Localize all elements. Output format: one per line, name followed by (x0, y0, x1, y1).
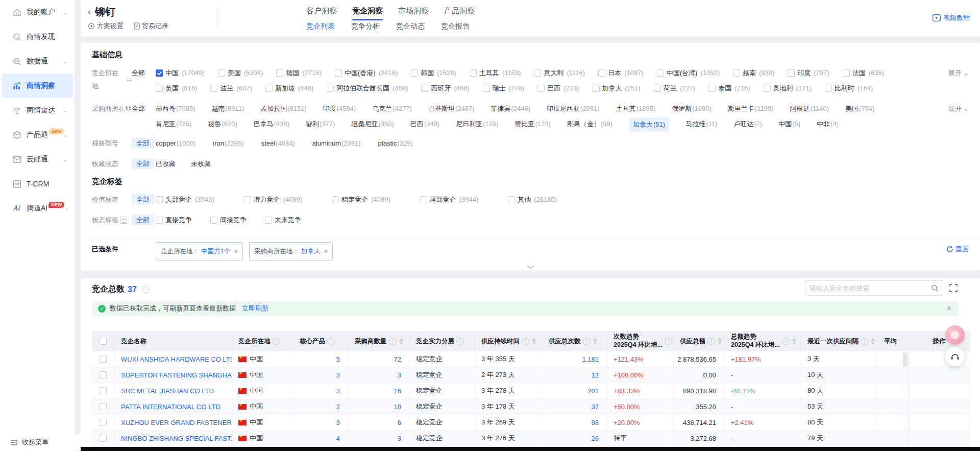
service-avatar-button[interactable] (945, 325, 965, 345)
core-products-cell[interactable]: 3 (293, 383, 349, 399)
sort-icon[interactable] (871, 338, 875, 344)
filter-option-中国(香港)[interactable]: 中国(香港)(2416) (335, 66, 398, 80)
checkbox[interactable] (265, 217, 272, 224)
spec-all[interactable]: 全部 (132, 137, 156, 150)
filter-option-已收藏[interactable]: 已收藏 (156, 157, 176, 171)
table-scrollbar[interactable] (902, 431, 909, 446)
table-scrollbar[interactable] (902, 367, 909, 383)
filter-option-加拿大[interactable]: 加拿大(51) (629, 117, 669, 132)
filter-option-未来竞争[interactable]: 未来竞争 (265, 213, 301, 227)
back-icon[interactable]: ‹ (88, 7, 91, 17)
checkbox[interactable] (244, 196, 251, 203)
filter-option-越南[interactable]: 越南(930) (733, 66, 774, 80)
filter-option-阿拉伯联合酋长国[interactable]: 阿拉伯联合酋长国(408) (327, 82, 408, 95)
checkbox[interactable] (276, 69, 283, 77)
filter-option-瑞士[interactable]: 瑞士(278) (483, 82, 524, 95)
filter-option-巴西[interactable]: 巴西(349) (410, 117, 439, 132)
header-select-all-checkbox[interactable] (92, 331, 115, 351)
subtab-竞争分析[interactable]: 竞争分析 (350, 20, 381, 33)
sort-icon[interactable] (399, 338, 403, 344)
sidebar-item-8[interactable]: T-CRM (2, 172, 73, 196)
supply-times-cell[interactable]: 201 (543, 383, 607, 399)
filter-option-其他[interactable]: 其他(26185) (508, 193, 557, 206)
buyer-location-expand[interactable]: 展开⌄ (948, 102, 969, 115)
filter-option-直接竞争[interactable]: 直接竞争 (156, 213, 192, 227)
checkbox[interactable] (156, 196, 163, 203)
checkbox[interactable] (598, 69, 605, 77)
buyer-count-cell[interactable]: 10 (349, 399, 410, 415)
video-tutorial-link[interactable]: 视频教程 (933, 13, 970, 22)
search-input[interactable] (805, 284, 927, 292)
core-products-cell[interactable]: 4 (293, 431, 349, 446)
buyer-count-cell[interactable]: 6 (349, 415, 410, 431)
checkbox[interactable] (218, 69, 225, 77)
filter-option-法国[interactable]: 法国(635) (843, 66, 884, 80)
filter-option-plastic[interactable]: plastic(329) (378, 137, 413, 150)
company-name-link[interactable]: SRC METAL JIASHAN CO LTD (121, 387, 214, 395)
checkbox[interactable] (825, 85, 832, 92)
supply-times-cell[interactable]: 98 (543, 415, 607, 431)
filter-option-中国[interactable]: 中国(5) (778, 117, 800, 132)
checkbox[interactable] (421, 85, 428, 92)
filter-option-阿根廷[interactable]: 阿根廷(1140) (790, 102, 829, 115)
filter-option-巴基斯坦[interactable]: 巴基斯坦(2487) (428, 102, 475, 115)
filter-option-越南[interactable]: 越南(6911) (212, 102, 244, 115)
checkbox[interactable] (764, 85, 771, 92)
filter-option-孟加拉国[interactable]: 孟加拉国(6151) (260, 102, 307, 115)
filter-option-美国[interactable]: 美国(5304) (218, 66, 263, 80)
checkbox[interactable] (210, 217, 217, 224)
filter-option-中国[interactable]: 中国(17049) (156, 66, 205, 80)
buyer-count-cell[interactable]: 16 (349, 383, 410, 399)
filter-option-巴拿马[interactable]: 巴拿马(430) (254, 117, 289, 132)
checkbox[interactable] (657, 69, 664, 77)
checkbox[interactable] (537, 85, 545, 92)
filter-option-刚果（金）[interactable]: 刚果（金）(99) (567, 117, 612, 132)
filter-option-巴西[interactable]: 巴西(273) (537, 82, 579, 95)
table-scrollbar[interactable] (902, 399, 909, 415)
filter-option-意大利[interactable]: 意大利(1116) (534, 66, 585, 80)
core-products-cell[interactable]: 5 (293, 351, 349, 367)
filter-option-间接竞争[interactable]: 间接竞争 (210, 213, 247, 227)
search-icon[interactable] (927, 284, 943, 292)
checkbox[interactable] (210, 85, 217, 92)
filter-option-波兰[interactable]: 波兰(607) (210, 82, 252, 95)
filter-option-加拿大[interactable]: 加拿大(251) (593, 82, 641, 95)
checkbox[interactable] (332, 196, 339, 203)
filter-option-韩国[interactable]: 韩国(1529) (411, 66, 456, 80)
checkbox[interactable] (327, 85, 334, 92)
sidebar-item-5[interactable]: 商情雷达⌄ (2, 98, 73, 123)
remove-chip-icon[interactable]: × (234, 248, 238, 254)
filter-option-墨西哥[interactable]: 墨西哥(7085) (156, 102, 195, 115)
trade-records-button[interactable]: 贸易记录 (134, 21, 168, 31)
filter-option-西班牙[interactable]: 西班牙(408) (421, 82, 469, 95)
company-name-link[interactable]: XUZHOU EVER GRAND FASTENERS... (121, 419, 232, 426)
filter-option-印度[interactable]: 印度(4594) (323, 102, 356, 115)
table-scrollbar[interactable] (902, 415, 909, 431)
buyer-count-cell[interactable]: 3 (349, 431, 410, 446)
sort-icon[interactable] (792, 338, 796, 344)
plan-settings-button[interactable]: 方案设置 (88, 21, 124, 31)
filter-option-泰国[interactable]: 泰国(216) (708, 82, 750, 95)
checkbox[interactable] (788, 69, 795, 77)
company-location-expand[interactable]: 展开⌄ (948, 66, 969, 80)
company-name-link[interactable]: NINGBO ZHISHANG SPECIAL FAST... (121, 435, 232, 442)
sidebar-item-7[interactable]: 云邮通⌄ (2, 147, 73, 172)
filter-option-aluminum[interactable]: aluminum(2391) (312, 137, 361, 150)
checkbox[interactable] (483, 85, 490, 92)
company-location-all[interactable]: 全部 (132, 66, 156, 80)
filter-option-荷兰[interactable]: 荷兰(227) (654, 82, 695, 95)
filter-option-日本[interactable]: 日本(1097) (598, 66, 644, 80)
filter-option-菲律宾[interactable]: 菲律宾(2446) (491, 102, 531, 115)
filter-option-未收藏[interactable]: 未收藏 (191, 157, 211, 171)
filter-option-马拉维[interactable]: 马拉维(11) (685, 117, 717, 132)
filter-option-智利[interactable]: 智利(377) (306, 117, 335, 132)
sidebar-item-4[interactable]: 商情洞察 (2, 74, 73, 98)
sidebar-item-9[interactable]: Aí腾道AINEW› (2, 196, 73, 221)
filter-option-斯里兰卡[interactable]: 斯里兰卡(1199) (728, 102, 774, 115)
status-tags-all[interactable]: 全部 (132, 213, 156, 227)
sort-icon[interactable] (593, 338, 597, 344)
checkbox[interactable] (534, 69, 541, 77)
checkbox[interactable] (156, 85, 163, 92)
checkbox[interactable] (733, 69, 740, 77)
filter-option-印度[interactable]: 印度(797) (788, 66, 829, 80)
